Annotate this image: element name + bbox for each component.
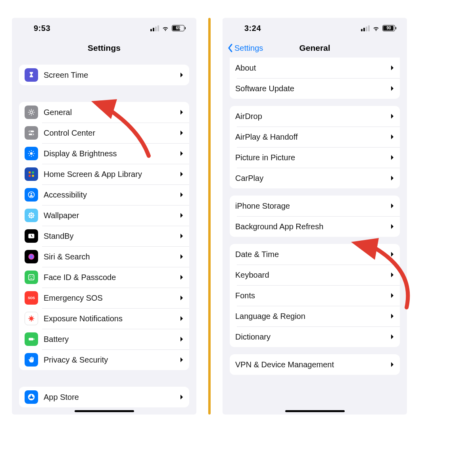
chevron-right-icon — [390, 313, 394, 319]
general-group-about: About Software Update — [230, 58, 400, 99]
back-button[interactable]: Settings — [227, 38, 263, 58]
battery-icon: 65 — [172, 25, 184, 31]
siri-icon — [25, 250, 38, 263]
row-label: Emergency SOS — [44, 294, 180, 303]
row-dictionary[interactable]: Dictionary — [230, 326, 400, 347]
chevron-right-icon — [390, 334, 394, 340]
chevron-right-icon — [180, 72, 184, 78]
row-bg-refresh[interactable]: Background App Refresh — [230, 216, 400, 237]
row-label: AirDrop — [235, 112, 390, 121]
row-label: General — [44, 108, 180, 117]
chevron-right-icon — [390, 175, 394, 181]
status-bar: 3:24 90 — [223, 18, 407, 38]
row-label: StandBy — [44, 232, 180, 241]
panel-divider — [208, 18, 211, 415]
row-label: Accessibility — [44, 190, 180, 200]
switches-icon — [25, 126, 38, 140]
nav-header: Settings — [12, 38, 196, 58]
chevron-right-icon — [180, 150, 184, 157]
status-time: 3:24 — [244, 24, 261, 33]
row-display-brightness[interactable]: Display & Brightness — [19, 143, 189, 164]
row-date-time[interactable]: Date & Time — [230, 244, 400, 265]
chevron-right-icon — [390, 251, 394, 257]
row-control-center[interactable]: Control Center — [19, 123, 189, 143]
settings-group-appstore: App Store — [19, 387, 189, 407]
face-icon — [25, 271, 38, 284]
row-label: AirPlay & Handoff — [235, 132, 390, 142]
settings-group-main: General Control Center Display & Brightn… — [19, 102, 189, 370]
row-label: CarPlay — [235, 174, 390, 183]
row-exposure[interactable]: Exposure Notifications — [19, 308, 189, 329]
row-label: Face ID & Passcode — [44, 273, 180, 282]
row-fonts[interactable]: Fonts — [230, 285, 400, 306]
row-label: VPN & Device Management — [235, 360, 390, 369]
row-vpn[interactable]: VPN & Device Management — [230, 354, 400, 375]
person-icon — [25, 188, 38, 202]
chevron-right-icon — [390, 203, 394, 209]
chevron-right-icon — [180, 212, 184, 219]
page-title: General — [299, 43, 330, 53]
general-screen: 3:24 90 Settings General About Software … — [223, 18, 407, 415]
chevron-right-icon — [180, 253, 184, 260]
row-label: About — [235, 63, 390, 73]
hourglass-icon — [25, 68, 38, 82]
row-battery[interactable]: Battery — [19, 329, 189, 349]
row-carplay[interactable]: CarPlay — [230, 168, 400, 188]
chevron-right-icon — [180, 357, 184, 363]
row-storage[interactable]: iPhone Storage — [230, 196, 400, 216]
row-home-screen[interactable]: Home Screen & App Library — [19, 164, 189, 184]
general-group-connectivity: AirDrop AirPlay & Handoff Picture in Pic… — [230, 106, 400, 188]
chevron-right-icon — [390, 113, 394, 119]
clock-icon — [25, 229, 38, 243]
home-indicator — [285, 410, 345, 412]
nav-header: Settings General — [223, 38, 407, 58]
row-lang-region[interactable]: Language & Region — [230, 306, 400, 326]
chevron-left-icon — [227, 44, 234, 52]
row-label: iPhone Storage — [235, 202, 390, 211]
row-screen-time[interactable]: Screen Time — [19, 65, 189, 85]
chevron-right-icon — [180, 274, 184, 280]
cellular-signal-icon — [150, 25, 159, 31]
general-group-vpn: VPN & Device Management — [230, 354, 400, 375]
chevron-right-icon — [390, 85, 394, 92]
row-label: App Store — [44, 393, 180, 402]
home-indicator — [75, 410, 134, 412]
row-label: Language & Region — [235, 312, 390, 321]
chevron-right-icon — [180, 295, 184, 301]
row-app-store[interactable]: App Store — [19, 387, 189, 407]
chevron-right-icon — [390, 272, 394, 278]
row-siri-search[interactable]: Siri & Search — [19, 246, 189, 267]
row-keyboard[interactable]: Keyboard — [230, 265, 400, 285]
row-pip[interactable]: Picture in Picture — [230, 147, 400, 168]
row-emergency-sos[interactable]: Emergency SOS — [19, 288, 189, 308]
row-label: Control Center — [44, 129, 180, 138]
back-label: Settings — [234, 44, 263, 53]
battery-icon — [25, 332, 38, 346]
row-wallpaper[interactable]: Wallpaper — [19, 205, 189, 226]
row-general[interactable]: General — [19, 102, 189, 123]
gear-icon — [25, 106, 38, 119]
row-privacy[interactable]: Privacy & Security — [19, 349, 189, 370]
row-software-update[interactable]: Software Update — [230, 78, 400, 99]
row-face-id[interactable]: Face ID & Passcode — [19, 267, 189, 288]
row-airplay[interactable]: AirPlay & Handoff — [230, 127, 400, 147]
general-group-input: Date & Time Keyboard Fonts Language & Re… — [230, 244, 400, 347]
settings-screen: 9:53 65 Settings Screen Time General Con… — [12, 18, 196, 415]
row-standby[interactable]: StandBy — [19, 226, 189, 246]
chevron-right-icon — [180, 336, 184, 342]
chevron-right-icon — [180, 130, 184, 136]
row-label: Privacy & Security — [44, 355, 180, 365]
row-label: Battery — [44, 335, 180, 344]
row-label: Wallpaper — [44, 211, 180, 220]
wifi-icon — [372, 24, 380, 32]
page-title: Settings — [88, 43, 121, 53]
hand-icon — [25, 353, 38, 367]
flower-icon — [25, 209, 38, 222]
row-label: Background App Refresh — [235, 222, 390, 231]
row-label: Keyboard — [235, 271, 390, 280]
appstore-icon — [25, 390, 38, 404]
row-airdrop[interactable]: AirDrop — [230, 106, 400, 127]
settings-group-screentime: Screen Time — [19, 65, 189, 85]
row-accessibility[interactable]: Accessibility — [19, 184, 189, 205]
row-about[interactable]: About — [230, 58, 400, 78]
